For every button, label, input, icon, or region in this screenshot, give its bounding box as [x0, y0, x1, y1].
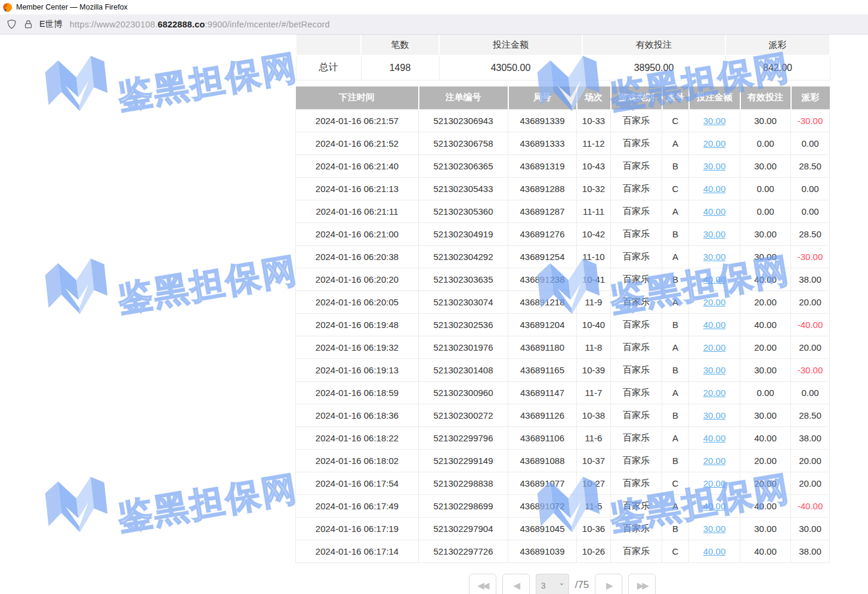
cell-round-number: 436891287 — [508, 200, 577, 222]
bet-amount-link[interactable]: 30.00 — [703, 252, 726, 262]
cell-bet-time: 2024-01-16 06:19:48 — [296, 313, 419, 336]
table-row: 2024-01-16 06:17:19 521302297904 4368910… — [296, 517, 830, 540]
cell-session: 10-41 — [577, 268, 611, 290]
cell-round-number: 436891072 — [508, 494, 577, 517]
bet-amount-link[interactable]: 30.00 — [703, 524, 726, 534]
cell-round-number: 436891045 — [508, 517, 577, 540]
cell-table-number: A — [662, 245, 689, 268]
cell-session: 10-39 — [577, 358, 611, 381]
bet-amount-link[interactable]: 30.00 — [703, 161, 726, 171]
bet-amount-link[interactable]: 30.00 — [703, 365, 726, 375]
cell-valid-bet: 20.00 — [740, 336, 791, 358]
cell-order-number: 521302299796 — [419, 426, 508, 449]
summary-total-bet-amount: 43050.00 — [439, 55, 582, 81]
cell-payout: 20.00 — [791, 472, 830, 494]
summary-header-blank — [296, 35, 361, 55]
last-page-button[interactable]: ▶▶ — [628, 574, 656, 594]
table-row: 2024-01-16 06:18:36 521302300272 4368911… — [296, 404, 830, 426]
cell-order-number: 521302298699 — [419, 494, 508, 517]
bet-amount-link[interactable]: 20.00 — [703, 342, 726, 352]
bet-amount-link[interactable]: 20.00 — [703, 456, 726, 466]
cell-bet-time: 2024-01-16 06:21:13 — [296, 177, 419, 200]
cell-bet-amount: 30.00 — [689, 245, 740, 268]
cell-bet-amount: 30.00 — [689, 154, 740, 177]
lock-icon[interactable] — [23, 19, 33, 30]
cell-table-number: A — [662, 200, 689, 222]
cell-bet-time: 2024-01-16 06:21:11 — [296, 200, 419, 222]
cell-bet-time: 2024-01-16 06:17:54 — [296, 472, 419, 494]
cell-table-number: A — [662, 426, 689, 449]
cell-round-number: 436891204 — [508, 313, 577, 336]
bet-amount-link[interactable]: 20.00 — [703, 138, 726, 148]
bet-amount-link[interactable]: 40.00 — [703, 184, 726, 194]
table-row: 2024-01-16 06:19:48 521302302536 4368912… — [296, 313, 830, 336]
cell-valid-bet: 20.00 — [740, 472, 791, 494]
bet-amount-link[interactable]: 30.00 — [703, 116, 726, 126]
watermark: 鉴黑担保网 — [42, 37, 304, 132]
cell-bet-time: 2024-01-16 06:17:19 — [296, 517, 419, 540]
bet-amount-link[interactable]: 40.00 — [703, 433, 726, 443]
cell-round-number: 436891238 — [508, 268, 577, 290]
cell-bet-time: 2024-01-16 06:21:00 — [296, 222, 419, 245]
cell-game-type: 百家乐 — [611, 177, 662, 200]
bet-amount-link[interactable]: 40.00 — [703, 206, 726, 216]
total-pages-label: /75 — [575, 579, 589, 591]
bet-record-table: 下注时间注单编号局号场次游戏类别桌号投注金额有效投注派彩 2024-01-16 … — [295, 86, 830, 563]
cell-valid-bet: 40.00 — [740, 494, 791, 517]
cell-order-number: 521302301976 — [419, 336, 508, 358]
table-row: 2024-01-16 06:18:02 521302299149 4368910… — [296, 449, 830, 472]
page-select[interactable]: 3 — [536, 574, 569, 594]
cell-game-type: 百家乐 — [611, 494, 662, 517]
cell-table-number: C — [662, 109, 689, 132]
cell-round-number: 436891126 — [508, 404, 577, 426]
cell-valid-bet: 30.00 — [740, 222, 791, 245]
cell-payout: -30.00 — [791, 109, 830, 132]
watermark-text: 鉴黑担保网 — [115, 44, 302, 120]
bet-amount-link[interactable]: 40.00 — [703, 501, 726, 511]
summary-header-count: 笔数 — [361, 35, 439, 55]
watermark-text: 鉴黑担保网 — [115, 247, 302, 323]
cell-table-number: B — [662, 404, 689, 426]
cell-order-number: 521302303635 — [419, 268, 508, 290]
cell-session: 11-5 — [577, 494, 611, 517]
cell-payout: 28.50 — [791, 404, 830, 426]
cell-bet-time: 2024-01-16 06:18:22 — [296, 426, 419, 449]
cell-bet-time: 2024-01-16 06:19:13 — [296, 358, 419, 381]
bet-amount-link[interactable]: 20.00 — [703, 297, 726, 307]
bet-table-header-cell: 下注时间 — [296, 86, 419, 109]
cell-payout: 38.00 — [791, 540, 830, 562]
cell-table-number: C — [662, 472, 689, 494]
cell-order-number: 521302304292 — [419, 245, 508, 268]
cell-payout: -30.00 — [791, 358, 830, 381]
address-url[interactable]: https://www20230108.6822888.co:9900/infe… — [70, 20, 330, 29]
cell-table-number: B — [662, 517, 689, 540]
url-bar[interactable]: E世博 https://www20230108.6822888.co:9900/… — [0, 14, 868, 35]
url-domain: 6822888.co — [157, 20, 205, 29]
cell-game-type: 百家乐 — [611, 200, 662, 222]
cell-order-number: 521302305433 — [419, 177, 508, 200]
cell-round-number: 436891147 — [508, 381, 577, 404]
table-row: 2024-01-16 06:21:57 521302306943 4368913… — [296, 109, 830, 132]
cell-session: 10-37 — [577, 449, 611, 472]
next-page-button[interactable]: ▶ — [595, 574, 622, 594]
table-row: 2024-01-16 06:17:14 521302297726 4368910… — [296, 540, 830, 562]
cell-order-number: 521302304919 — [419, 222, 508, 245]
bet-amount-link[interactable]: 20.00 — [703, 388, 726, 398]
bet-amount-link[interactable]: 30.00 — [703, 410, 726, 420]
bet-amount-link[interactable]: 40.00 — [703, 274, 726, 284]
cell-session: 10-26 — [577, 540, 611, 562]
cell-order-number: 521302306943 — [419, 109, 508, 132]
cell-payout: 38.00 — [791, 426, 830, 449]
cell-game-type: 百家乐 — [611, 154, 662, 177]
bet-amount-link[interactable]: 40.00 — [703, 320, 726, 330]
table-row: 2024-01-16 06:21:13 521302305433 4368912… — [296, 177, 830, 200]
prev-page-button[interactable]: ◀ — [502, 574, 530, 594]
bet-amount-link[interactable]: 30.00 — [703, 229, 726, 239]
first-page-button[interactable]: ◀◀ — [469, 574, 496, 594]
shield-icon[interactable] — [6, 18, 17, 30]
site-name-label: E世博 — [39, 18, 63, 30]
bet-amount-link[interactable]: 40.00 — [703, 546, 726, 556]
cell-valid-bet: 0.00 — [740, 200, 791, 222]
bet-amount-link[interactable]: 20.00 — [703, 478, 726, 488]
cell-bet-amount: 40.00 — [689, 200, 740, 222]
